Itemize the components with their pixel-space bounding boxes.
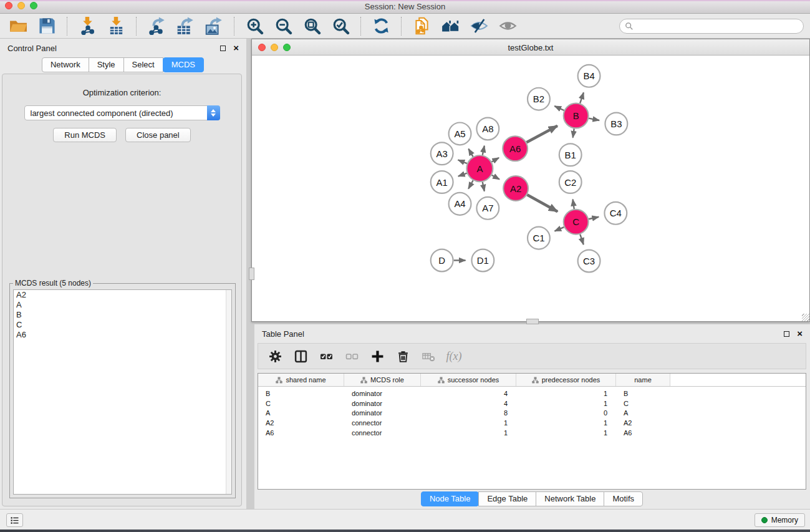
edge-A6-B[interactable] bbox=[527, 126, 557, 143]
cell-predecessor-nodes[interactable]: 1 bbox=[516, 400, 616, 407]
edge-B-B3[interactable] bbox=[589, 118, 599, 120]
zoom-in-button[interactable] bbox=[244, 16, 265, 36]
cell-name[interactable]: C bbox=[616, 400, 670, 407]
float-table-panel-icon[interactable] bbox=[784, 331, 789, 337]
edge-A-A3[interactable] bbox=[458, 160, 467, 163]
bottom-splitter-grip[interactable] bbox=[526, 319, 539, 324]
mcds-result-list[interactable]: A2ABCA6 bbox=[13, 289, 232, 495]
open-browser-button[interactable] bbox=[440, 16, 461, 36]
cell-name[interactable]: A6 bbox=[616, 429, 670, 437]
edge-A-A4[interactable] bbox=[468, 180, 473, 188]
edge-A2-C[interactable] bbox=[527, 195, 557, 211]
column-header-successor-nodes[interactable]: successor nodes bbox=[421, 374, 516, 386]
close-panel-button[interactable]: Close panel bbox=[125, 128, 191, 142]
cell-shared-name[interactable]: B bbox=[258, 390, 344, 397]
cell-successor-nodes[interactable]: 1 bbox=[421, 429, 516, 437]
select-stepper-icon[interactable] bbox=[207, 105, 220, 120]
show-graphics-details-button[interactable] bbox=[497, 16, 518, 36]
tab-motifs[interactable]: Motifs bbox=[604, 491, 643, 506]
cell-name[interactable]: A bbox=[616, 409, 670, 417]
column-header-name[interactable]: name bbox=[616, 374, 670, 386]
column-header-mcds-role[interactable]: MCDS role bbox=[344, 374, 421, 386]
table-row[interactable]: Adominator80A bbox=[258, 408, 806, 418]
cell-mcds-role[interactable]: dominator bbox=[344, 409, 421, 417]
table-row[interactable]: A2connector11A2 bbox=[258, 418, 806, 428]
float-panel-icon[interactable] bbox=[220, 46, 226, 51]
cell-successor-nodes[interactable]: 1 bbox=[421, 419, 516, 427]
function-builder-button[interactable]: f(x) bbox=[446, 349, 461, 364]
delete-table-button[interactable] bbox=[421, 349, 436, 364]
mcds-result-item[interactable]: A bbox=[14, 300, 231, 310]
memory-button[interactable]: Memory bbox=[755, 513, 805, 527]
column-header-shared-name[interactable]: shared name bbox=[258, 374, 344, 386]
edge-B-B2[interactable] bbox=[554, 106, 564, 110]
edge-A-A6[interactable] bbox=[491, 158, 499, 162]
network-canvas[interactable]: AA1A2A3A4A5A6A7A8BB1B2B3B4CC1C2C3C4DD1 bbox=[252, 56, 809, 321]
cell-shared-name[interactable]: A2 bbox=[258, 419, 344, 427]
edge-B-B4[interactable] bbox=[580, 92, 584, 103]
cell-successor-nodes[interactable]: 4 bbox=[421, 400, 516, 407]
table-row[interactable]: A6connector11A6 bbox=[258, 428, 806, 438]
export-image-button[interactable] bbox=[203, 16, 224, 36]
table-row[interactable]: Cdominator41C bbox=[258, 399, 806, 409]
zoom-selected-button[interactable] bbox=[330, 16, 351, 36]
network-from-selection-button[interactable] bbox=[411, 16, 432, 36]
mcds-result-item[interactable]: A2 bbox=[14, 290, 231, 300]
cell-predecessor-nodes[interactable]: 1 bbox=[516, 419, 616, 427]
select-all-button[interactable] bbox=[319, 349, 334, 364]
network-graph[interactable]: AA1A2A3A4A5A6A7A8BB1B2B3B4CC1C2C3C4DD1 bbox=[252, 56, 809, 321]
tab-node-table[interactable]: Node Table bbox=[421, 491, 480, 506]
tab-edge-table[interactable]: Edge Table bbox=[478, 491, 536, 506]
edge-A-A2[interactable] bbox=[492, 175, 499, 180]
edge-A-A1[interactable] bbox=[458, 173, 467, 177]
tab-network-table[interactable]: Network Table bbox=[536, 491, 604, 506]
edge-C-C3[interactable] bbox=[580, 235, 583, 244]
cell-shared-name[interactable]: A6 bbox=[258, 429, 344, 437]
edge-C-C1[interactable] bbox=[555, 227, 564, 231]
tab-network[interactable]: Network bbox=[42, 57, 89, 72]
cell-name[interactable]: A2 bbox=[616, 419, 670, 427]
cell-shared-name[interactable]: C bbox=[258, 400, 344, 407]
import-network-from-file-button[interactable] bbox=[77, 16, 98, 36]
cell-successor-nodes[interactable]: 4 bbox=[421, 390, 516, 397]
search-input[interactable] bbox=[634, 20, 803, 32]
cell-mcds-role[interactable]: dominator bbox=[344, 400, 421, 407]
cell-successor-nodes[interactable]: 8 bbox=[421, 409, 516, 417]
cell-predecessor-nodes[interactable]: 1 bbox=[516, 429, 616, 437]
settings-button[interactable] bbox=[268, 349, 282, 364]
apply-layout-button[interactable] bbox=[370, 16, 392, 36]
save-session-button[interactable] bbox=[36, 16, 57, 36]
cell-mcds-role[interactable]: connector bbox=[344, 419, 421, 427]
close-panel-icon[interactable]: × bbox=[233, 45, 239, 51]
edge-B-B1[interactable] bbox=[573, 128, 574, 137]
column-header-predecessor-nodes[interactable]: predecessor nodes bbox=[516, 374, 616, 386]
close-table-panel-icon[interactable]: × bbox=[797, 331, 803, 337]
edge-A-A8[interactable] bbox=[483, 146, 485, 155]
mcds-result-item[interactable]: A6 bbox=[14, 330, 231, 340]
mcds-result-item[interactable]: C bbox=[14, 320, 231, 330]
edge-C-C2[interactable] bbox=[573, 200, 574, 209]
zoom-out-button[interactable] bbox=[272, 16, 294, 36]
tab-mcds[interactable]: MCDS bbox=[163, 57, 204, 72]
table-row[interactable]: Bdominator41B bbox=[258, 389, 806, 399]
delete-row-button[interactable] bbox=[395, 349, 410, 364]
result-scrollbar[interactable] bbox=[226, 290, 231, 494]
import-table-from-file-button[interactable] bbox=[105, 16, 127, 36]
edge-C-C4[interactable] bbox=[589, 217, 599, 220]
task-history-button[interactable] bbox=[6, 513, 23, 527]
cell-name[interactable]: B bbox=[616, 390, 670, 397]
zoom-fit-button[interactable] bbox=[301, 16, 322, 36]
search-box[interactable] bbox=[619, 19, 804, 34]
cell-predecessor-nodes[interactable]: 0 bbox=[516, 409, 616, 417]
run-mcds-button[interactable]: Run MCDS bbox=[53, 128, 117, 142]
hide-graphics-details-button[interactable] bbox=[468, 16, 489, 36]
cell-mcds-role[interactable]: dominator bbox=[344, 390, 421, 397]
add-row-button[interactable] bbox=[370, 349, 385, 364]
deselect-all-button[interactable] bbox=[344, 349, 359, 364]
export-table-button[interactable] bbox=[175, 16, 196, 36]
mcds-result-item[interactable]: B bbox=[14, 310, 231, 320]
criterion-select[interactable]: largest connected component (directed) bbox=[24, 105, 220, 120]
window-resize-grip[interactable] bbox=[802, 314, 809, 321]
open-session-button[interactable] bbox=[7, 16, 29, 36]
show-column-button[interactable] bbox=[293, 349, 308, 364]
